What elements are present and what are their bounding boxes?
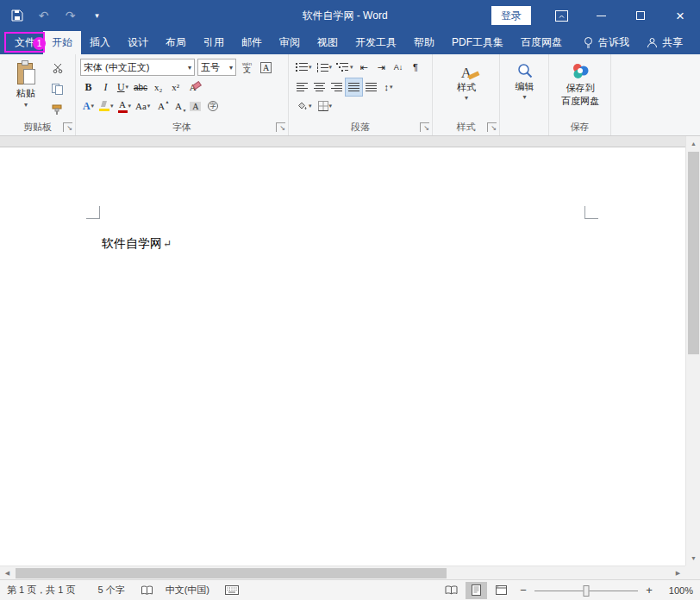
customize-quick-access-button[interactable]: ▾ [84, 0, 110, 31]
read-mode-view-button[interactable] [441, 582, 462, 599]
save-group-label: 保存 [549, 121, 610, 134]
copy-button[interactable] [49, 80, 66, 97]
tab-home[interactable]: 开始 [43, 31, 81, 54]
save-button[interactable] [3, 0, 30, 31]
shading-button[interactable]: ▾ [294, 97, 314, 115]
document-page[interactable]: 软件自学网↵ [0, 147, 685, 566]
align-left-button[interactable] [294, 78, 310, 96]
tab-view[interactable]: 视图 [309, 31, 347, 54]
web-layout-view-button[interactable] [491, 582, 512, 599]
tab-help[interactable]: 帮助 [405, 31, 443, 54]
format-painter-icon [52, 104, 63, 116]
scroll-right-button[interactable]: ▶ [671, 566, 685, 580]
horizontal-scrollbar-thumb[interactable] [16, 568, 447, 578]
superscript-button[interactable]: x² [167, 78, 184, 96]
zoom-slider[interactable] [534, 582, 638, 599]
scroll-up-button[interactable]: ▲ [686, 136, 700, 151]
shrink-font-button[interactable]: A▼ [170, 97, 186, 115]
borders-button[interactable]: ▾ [316, 97, 334, 115]
chevron-down-icon: ▾ [309, 64, 312, 71]
grow-font-button[interactable]: A▲ [153, 97, 169, 115]
minimize-button[interactable] [581, 0, 621, 31]
font-dialog-launcher[interactable]: ↘ [276, 122, 285, 132]
vertical-scrollbar[interactable]: ▲ ▼ [685, 136, 700, 566]
chevron-down-icon: ▾ [350, 64, 353, 71]
tab-insert[interactable]: 插入 [81, 31, 119, 54]
horizontal-scrollbar[interactable]: ◀ ▶ [0, 566, 685, 579]
bold-button[interactable]: B [80, 78, 97, 96]
vertical-scrollbar-thumb[interactable] [688, 152, 699, 354]
ribbon-display-options-icon [555, 10, 568, 22]
strikethrough-button[interactable]: abc [132, 78, 149, 96]
text-effects-button[interactable]: A▾ [80, 97, 97, 115]
sign-in-button[interactable]: 登录 [491, 6, 531, 25]
lightbulb-icon [583, 36, 594, 49]
numbering-button[interactable]: ▾ [315, 59, 334, 76]
language-status[interactable]: 中文(中国) [166, 584, 209, 597]
word-count-status[interactable]: 5 个字 [97, 584, 124, 597]
enclose-characters-button[interactable]: 字 [204, 97, 221, 115]
scroll-down-button[interactable]: ▼ [686, 551, 700, 566]
ribbon-display-options-button[interactable] [541, 0, 581, 31]
tab-layout[interactable]: 布局 [157, 31, 195, 54]
close-button[interactable]: × [660, 0, 700, 31]
tab-mailings[interactable]: 邮件 [233, 31, 271, 54]
tab-references[interactable]: 引用 [195, 31, 233, 54]
tell-me-button[interactable]: 告诉我 [576, 31, 636, 54]
distribute-icon [366, 83, 377, 92]
tab-baidu-netdisk[interactable]: 百度网盘 [512, 31, 571, 54]
underline-button[interactable]: U▾ [115, 78, 131, 96]
save-to-baidu-netdisk-button[interactable]: 保存到 百度网盘 [553, 58, 608, 118]
sort-button[interactable]: A↓ [391, 59, 407, 76]
chevron-down-icon: ▾ [229, 64, 233, 72]
font-name-combobox[interactable]: 宋体 (中文正文) ▾ [80, 59, 195, 76]
align-center-button[interactable] [311, 78, 328, 96]
styles-button[interactable]: A 样式 ▾ [440, 58, 493, 118]
redo-button[interactable]: ↷ [57, 0, 84, 31]
line-spacing-button[interactable]: ↕▾ [380, 78, 397, 96]
zoom-slider-thumb[interactable] [584, 585, 590, 597]
undo-button[interactable]: ↶ [30, 0, 57, 31]
input-mode-status[interactable] [225, 585, 239, 595]
paragraph-dialog-launcher[interactable]: ↘ [420, 122, 429, 132]
scroll-left-button[interactable]: ◀ [0, 566, 15, 580]
tab-pdf-tools[interactable]: PDF工具集 [443, 31, 512, 54]
paste-button[interactable]: 粘贴 ▾ [7, 58, 45, 118]
share-button[interactable]: 共享 [640, 31, 690, 54]
font-color-button[interactable]: A ▾ [116, 97, 134, 115]
tab-review[interactable]: 审阅 [271, 31, 309, 54]
justify-button[interactable] [346, 78, 362, 96]
zoom-percentage[interactable]: 100% [664, 585, 693, 596]
clear-formatting-button[interactable]: A [184, 78, 201, 96]
print-layout-view-button[interactable] [466, 582, 487, 599]
text-highlight-color-button[interactable]: ▾ [97, 97, 116, 115]
format-painter-button[interactable] [49, 101, 66, 118]
phonetic-guide-button[interactable]: wén 文 [239, 59, 255, 76]
zoom-in-button[interactable]: + [641, 582, 657, 599]
tab-developer[interactable]: 开发工具 [347, 31, 405, 54]
styles-dialog-launcher[interactable]: ↘ [487, 122, 497, 132]
italic-button[interactable]: I [97, 78, 114, 96]
align-right-button[interactable] [328, 78, 345, 96]
character-border-button[interactable]: A [258, 59, 274, 76]
multilevel-list-icon [336, 63, 349, 72]
show-hide-marks-button[interactable]: ¶ [408, 59, 424, 76]
decrease-indent-button[interactable]: ⇤ [356, 59, 372, 76]
bullets-button[interactable]: ▾ [294, 59, 314, 76]
font-size-combobox[interactable]: 五号 ▾ [197, 59, 236, 76]
multilevel-list-button[interactable]: ▾ [334, 59, 355, 76]
zoom-out-button[interactable]: − [516, 582, 531, 599]
subscript-button[interactable]: x₂ [150, 78, 166, 96]
cut-button[interactable] [49, 59, 66, 77]
character-shading-button[interactable]: A [187, 97, 203, 115]
page-number-status[interactable]: 第 1 页，共 1 页 [7, 584, 75, 597]
tab-design[interactable]: 设计 [119, 31, 157, 54]
maximize-button[interactable] [621, 0, 660, 31]
change-case-button[interactable]: Aa▾ [134, 97, 152, 115]
proofing-status[interactable] [141, 585, 153, 596]
clipboard-dialog-launcher[interactable]: ↘ [63, 122, 72, 132]
distribute-button[interactable] [363, 78, 379, 96]
increase-indent-button[interactable]: ⇥ [373, 59, 390, 76]
paragraph-group: ▾ ▾ ▾ ⇤ ⇥ A↓ ¶ ↕▾ ▾ [289, 54, 433, 135]
editing-button[interactable]: 编辑 ▾ [505, 58, 544, 118]
